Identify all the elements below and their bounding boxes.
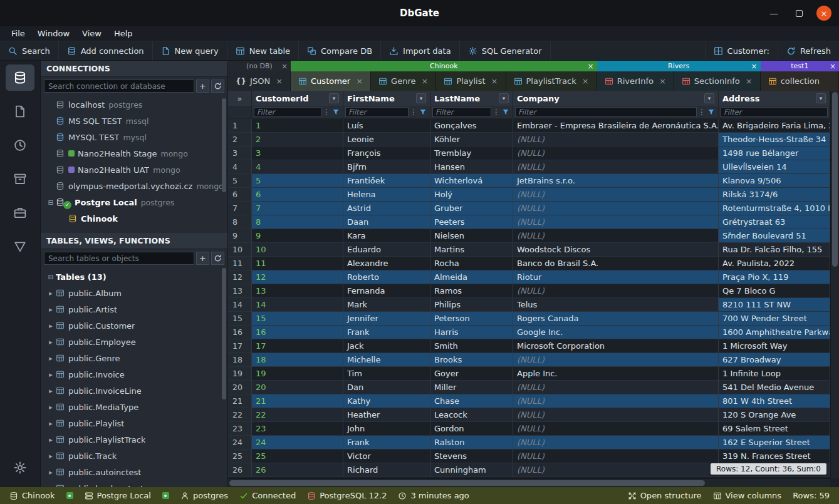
close-tab-icon[interactable]: × [276, 76, 283, 86]
cell-customerid[interactable]: 25 [252, 450, 343, 463]
filter-menu-button[interactable]: ⋮ [492, 108, 499, 116]
expand-icon[interactable]: ▸ [46, 289, 56, 297]
cell-customerid[interactable]: 7 [252, 202, 343, 215]
cell-customerid[interactable]: 5 [252, 174, 343, 188]
row-number[interactable]: 14 [228, 298, 252, 312]
row-number[interactable]: 23 [228, 422, 252, 436]
cell-firstname[interactable]: Dan [343, 381, 430, 394]
cell-company[interactable]: Apple Inc. [513, 367, 719, 381]
cell-customerid[interactable]: 2 [252, 133, 343, 147]
sidebar-archive[interactable] [6, 166, 34, 192]
row-number[interactable]: 9 [228, 229, 252, 243]
grid-corner-button[interactable]: » [228, 91, 252, 106]
cell-lastname[interactable]: Stevens [430, 450, 513, 463]
close-tab-icon[interactable]: × [582, 76, 589, 86]
row-number[interactable]: 7 [228, 202, 252, 215]
cell-address[interactable]: 1600 Amphitheatre Parkwa [719, 326, 830, 339]
cell-address[interactable]: Rua Dr. Falcão Filho, 155 [719, 243, 830, 257]
sidebar-settings[interactable] [6, 455, 34, 481]
cell-customerid[interactable]: 12 [252, 270, 343, 284]
cell-customerid[interactable]: 1 [252, 119, 343, 133]
cell-address[interactable]: Ullevĺlsveien 14 [719, 160, 830, 174]
cell-company[interactable]: (NULL) [513, 381, 719, 394]
cell-company[interactable]: (NULL) [513, 422, 719, 436]
row-number[interactable]: 2 [228, 133, 252, 147]
filter-funnel-button[interactable] [331, 108, 341, 116]
toolbar-customer[interactable]: Customer: [705, 41, 778, 60]
cell-address[interactable]: 120 S Orange Ave [719, 408, 830, 422]
tab-json[interactable]: {}JSON× [228, 71, 291, 91]
cell-address[interactable]: Klanova 9/506 [719, 174, 830, 188]
add-connection-small-button[interactable]: + [196, 80, 209, 93]
tab-group-header-rivers[interactable]: Rivers× [597, 61, 761, 71]
cell-company[interactable]: (NULL) [513, 147, 719, 160]
tab-sectioninfo[interactable]: SectionInfo× [674, 71, 761, 91]
cell-firstname[interactable]: Bjřrn [343, 160, 430, 174]
status-3-minutes-ago[interactable]: 3 minutes ago [392, 491, 474, 500]
cell-address[interactable]: Rilská 3174/6 [719, 188, 830, 202]
collapse-icon[interactable]: ⊟ [46, 198, 56, 207]
connection-localhost[interactable]: localhostpostgres [41, 96, 227, 113]
cell-lastname[interactable]: Gonçalves [430, 119, 513, 133]
connection-ms-sql-test[interactable]: MS SQL TESTmssql [41, 113, 227, 129]
filter-input-customerid[interactable] [254, 107, 321, 117]
cell-lastname[interactable]: Chase [430, 394, 513, 408]
cell-lastname[interactable]: Ralston [430, 436, 513, 450]
row-number[interactable]: 21 [228, 394, 252, 408]
table-public-autoinctest[interactable]: ▸public.autoinctest [41, 464, 227, 480]
sidebar-files[interactable] [6, 98, 34, 125]
filter-menu-button[interactable]: ⋮ [698, 108, 705, 116]
cell-address[interactable]: 319 N. Frances Street [719, 450, 830, 463]
table-public-artist[interactable]: ▸public.Artist [41, 301, 227, 317]
cell-company[interactable]: Rogers Canada [513, 312, 719, 326]
column-header-customerid[interactable]: CustomerId▾ [252, 91, 343, 106]
table-public-track[interactable]: ▸public.Track [41, 448, 227, 464]
cell-address[interactable]: 8210 111 ST NW [719, 298, 830, 312]
cell-firstname[interactable]: John [343, 422, 430, 436]
status-postgresql-12-2[interactable]: PostgreSQL 12.2 [301, 491, 392, 500]
toolbar-new-table[interactable]: New table [227, 41, 299, 60]
sidebar-connections[interactable] [6, 64, 34, 91]
cell-company[interactable]: (NULL) [513, 188, 719, 202]
cell-address[interactable]: 801 W 4th Street [719, 394, 830, 408]
tab-genre[interactable]: Genre× [371, 71, 436, 91]
row-number[interactable]: 10 [228, 243, 252, 257]
close-tab-icon[interactable]: × [421, 76, 428, 86]
menu-file[interactable]: File [5, 28, 31, 39]
cell-company[interactable]: (NULL) [513, 394, 719, 408]
status-view-columns[interactable]: View columns [707, 491, 788, 500]
row-number[interactable]: 15 [228, 312, 252, 326]
cell-customerid[interactable]: 24 [252, 436, 343, 450]
status-chinook[interactable]: Chinook [4, 491, 61, 500]
toolbar-sql-generator[interactable]: SQL Generator [460, 41, 551, 60]
refresh-tables-button[interactable] [211, 252, 224, 265]
expand-icon[interactable]: ▸ [46, 485, 56, 488]
cell-company[interactable]: Microsoft Corporation [513, 339, 719, 353]
cell-company[interactable]: (NULL) [513, 133, 719, 147]
cell-company[interactable]: JetBrains s.r.o. [513, 174, 719, 188]
cell-lastname[interactable]: Gruber [430, 202, 513, 215]
cell-firstname[interactable]: Richard [343, 463, 430, 477]
connection-nano2health-stage[interactable]: Nano2Health Stagemongo [41, 145, 227, 162]
cell-lastname[interactable]: Hansen [430, 160, 513, 174]
cell-firstname[interactable]: Fernanda [343, 284, 430, 298]
cell-address[interactable]: Theodor-Heuss-Straße 34 [719, 133, 830, 147]
close-tab-icon[interactable]: × [491, 76, 498, 86]
cell-lastname[interactable]: Almeida [430, 270, 513, 284]
cell-firstname[interactable]: Roberto [343, 270, 430, 284]
expand-icon[interactable]: ▸ [46, 468, 56, 476]
filter-menu-button[interactable]: ⋮ [410, 108, 417, 116]
cell-firstname[interactable]: Michelle [343, 353, 430, 367]
cell-lastname[interactable]: Goyer [430, 367, 513, 381]
filter-input-address[interactable] [721, 107, 828, 117]
filter-menu-button[interactable]: ⋮ [323, 108, 330, 116]
cell-lastname[interactable]: Holý [430, 188, 513, 202]
close-tab-group-icon[interactable]: × [751, 62, 758, 71]
cell-lastname[interactable]: Miller [430, 381, 513, 394]
cell-customerid[interactable]: 6 [252, 188, 343, 202]
scrollbar-thumb[interactable] [229, 480, 705, 486]
status-postgre-local[interactable]: Postgre Local [79, 491, 157, 500]
cell-customerid[interactable]: 11 [252, 257, 343, 270]
cell-firstname[interactable]: Frantiőek [343, 174, 430, 188]
tab-customer[interactable]: Customer× [291, 71, 371, 91]
